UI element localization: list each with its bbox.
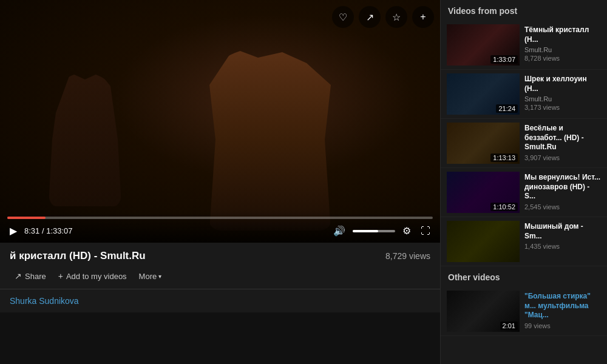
user-row: Shurka Sudnikova <box>0 289 440 312</box>
plus-icon: + <box>420 12 426 22</box>
thumbnail-5 <box>447 221 520 262</box>
sidebar: Videos from post 1:33:07 Тёмный кристалл… <box>440 0 607 364</box>
add-to-videos-button[interactable]: + Add to my videos <box>53 268 132 284</box>
gear-icon: ⚙ <box>402 225 411 237</box>
video-controls-bar: ▶ 8:31 / 1:33:07 🔊 ⚙ <box>0 212 440 243</box>
fullscreen-button[interactable]: ⛶ <box>418 224 433 238</box>
duration-1: 1:33:07 <box>490 55 518 64</box>
video-title-1: Тёмный кристалл (Н... <box>524 25 601 44</box>
more-button[interactable]: More ▾ <box>134 269 167 284</box>
share-overlay-icon: ↗ <box>366 12 374 23</box>
sidebar-video-item-1[interactable]: 1:33:07 Тёмный кристалл (Н... Smult.Ru 8… <box>441 21 607 70</box>
video-title: й кристалл (HD) - Smult.Ru <box>10 250 146 262</box>
add-overlay-button[interactable]: + <box>412 6 434 28</box>
fullscreen-icon: ⛶ <box>421 226 430 237</box>
other-videos-title: Other videos <box>441 266 607 287</box>
video-frame <box>0 0 440 243</box>
video-views-2: 3,173 views <box>524 104 601 111</box>
controls-row: ▶ 8:31 / 1:33:07 🔊 ⚙ <box>7 224 433 238</box>
duration-2: 21:24 <box>496 104 518 113</box>
video-channel-1: Smult.Ru <box>524 46 601 53</box>
thumbnail-2: 21:24 <box>447 73 520 115</box>
volume-button[interactable]: 🔊 <box>331 224 348 238</box>
video-channel-2: Smult.Ru <box>524 95 601 103</box>
share-overlay-button[interactable]: ↗ <box>359 6 381 28</box>
video-title-4: Мы вернулись! Ист... динозавров (HD) - S… <box>524 173 601 201</box>
video-meta-4: Мы вернулись! Ист... динозавров (HD) - S… <box>524 172 601 213</box>
from-post-title: Videos from post <box>441 0 607 21</box>
sidebar-video-item-6[interactable]: 2:01 "Большая стирка" м... мультфильма "… <box>441 287 607 336</box>
sidebar-video-item-5[interactable]: Мышиный дом - Sm... 1,435 views <box>441 217 607 266</box>
play-icon: ▶ <box>10 225 17 237</box>
heart-icon: ♡ <box>339 12 347 23</box>
video-views-1: 8,728 views <box>524 55 601 62</box>
video-actions-row: ↗ Share + Add to my videos More ▾ <box>10 268 430 284</box>
add-to-videos-label: Add to my videos <box>66 272 127 281</box>
sidebar-video-item-3[interactable]: 1:13:13 Весёлые и беззабот... (HD) - Smu… <box>441 119 607 168</box>
video-meta-5: Мышиный дом - Sm... 1,435 views <box>524 221 601 262</box>
share-label: Share <box>25 272 46 281</box>
video-title-6: "Большая стирка" м... мультфильма "Мац..… <box>524 292 601 320</box>
chevron-down-icon: ▾ <box>158 273 161 280</box>
thumbnail-3: 1:13:13 <box>447 123 520 164</box>
thumbnail-4: 1:10:52 <box>447 172 520 213</box>
volume-fill <box>353 230 378 232</box>
duration-3: 1:13:13 <box>490 153 518 162</box>
video-meta-6: "Большая стирка" м... мультфильма "Мац..… <box>524 291 601 332</box>
volume-icon: 🔊 <box>333 225 345 237</box>
share-button[interactable]: ↗ Share <box>10 268 51 284</box>
video-container[interactable]: ♡ ↗ ☆ + ▶ <box>0 0 440 243</box>
add-icon: + <box>58 271 63 281</box>
sidebar-video-item-2[interactable]: 21:24 Шрек и хеллоуин (Н... Smult.Ru 3,1… <box>441 70 607 119</box>
more-label: More <box>139 272 157 281</box>
duration-4: 1:10:52 <box>490 203 518 211</box>
star-icon: ☆ <box>392 12 401 23</box>
video-views-4: 2,545 views <box>524 203 601 211</box>
video-meta-2: Шрек и хеллоуин (Н... Smult.Ru 3,173 vie… <box>524 73 601 115</box>
main-layout: ♡ ↗ ☆ + ▶ <box>0 0 607 364</box>
heart-button[interactable]: ♡ <box>332 6 354 28</box>
progress-fill <box>7 217 46 219</box>
video-meta-1: Тёмный кристалл (Н... Smult.Ru 8,728 vie… <box>524 24 601 66</box>
progress-bar[interactable] <box>7 217 433 219</box>
video-title-2: Шрек и хеллоуин (Н... <box>524 75 601 93</box>
video-title-5: Мышиный дом - Sm... <box>524 222 601 241</box>
sidebar-video-item-4[interactable]: 1:10:52 Мы вернулись! Ист... динозавров … <box>441 168 607 217</box>
video-views-3: 3,907 views <box>524 154 601 161</box>
thumbnail-1: 1:33:07 <box>447 24 520 66</box>
video-top-controls: ♡ ↗ ☆ + <box>332 6 434 28</box>
total-time: 1:33:07 <box>46 226 72 235</box>
video-views-6: 99 views <box>524 322 601 329</box>
character-right <box>209 49 331 231</box>
view-count: 8,729 views <box>385 251 430 261</box>
current-time: 8:31 <box>24 226 39 235</box>
video-title-row: й кристалл (HD) - Smult.Ru 8,729 views <box>10 250 430 262</box>
play-button[interactable]: ▶ <box>7 224 19 238</box>
volume-slider[interactable] <box>353 230 395 232</box>
duration-6: 2:01 <box>500 322 518 330</box>
time-display: 8:31 / 1:33:07 <box>24 226 73 235</box>
video-views-5: 1,435 views <box>524 243 601 250</box>
settings-button[interactable]: ⚙ <box>400 224 413 238</box>
video-info-section: й кристалл (HD) - Smult.Ru 8,729 views ↗… <box>0 243 440 289</box>
thumbnail-6: 2:01 <box>447 291 520 332</box>
video-title-3: Весёлые и беззабот... (HD) - Smult.Ru <box>524 124 601 152</box>
video-scene <box>0 0 440 243</box>
username-link[interactable]: Shurka Sudnikova <box>10 296 79 306</box>
star-button[interactable]: ☆ <box>385 6 407 28</box>
share-icon: ↗ <box>15 271 22 281</box>
video-meta-3: Весёлые и беззабот... (HD) - Smult.Ru 3,… <box>524 123 601 164</box>
video-panel: ♡ ↗ ☆ + ▶ <box>0 0 440 364</box>
